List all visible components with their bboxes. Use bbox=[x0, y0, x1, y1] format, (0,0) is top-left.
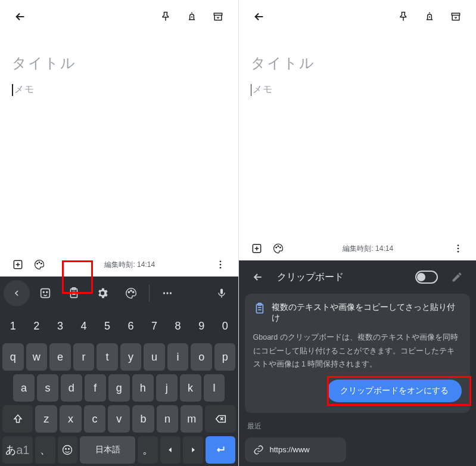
key[interactable]: q bbox=[2, 343, 24, 371]
palette-icon[interactable] bbox=[29, 254, 50, 275]
key[interactable]: x bbox=[60, 405, 82, 433]
key[interactable]: u bbox=[144, 343, 165, 371]
more-menu[interactable] bbox=[210, 254, 231, 275]
svg-rect-19 bbox=[220, 289, 222, 294]
key[interactable]: 5 bbox=[97, 312, 118, 340]
svg-point-6 bbox=[219, 264, 221, 266]
key[interactable]: n bbox=[157, 405, 179, 433]
text-cursor bbox=[12, 84, 13, 96]
right-arrow-key[interactable] bbox=[183, 436, 203, 464]
lang-switch-key[interactable]: あa1 bbox=[2, 436, 33, 464]
space-key[interactable]: 日本語 bbox=[80, 436, 135, 464]
key[interactable]: i bbox=[167, 343, 189, 371]
note-body[interactable]: タイトル メモ bbox=[239, 33, 477, 237]
svg-point-30 bbox=[458, 251, 459, 253]
key[interactable]: b bbox=[132, 405, 154, 433]
key[interactable]: l bbox=[204, 374, 225, 402]
key[interactable]: w bbox=[26, 343, 48, 371]
key[interactable]: 9 bbox=[191, 312, 212, 340]
keyboard: クリップボード 複数のテキストや画像をコピーしてさっと貼り付け Gboard の… bbox=[239, 260, 477, 466]
key[interactable]: k bbox=[180, 374, 201, 402]
chevron-left-icon[interactable] bbox=[4, 280, 30, 306]
key[interactable]: 2 bbox=[26, 312, 48, 340]
key[interactable]: h bbox=[132, 374, 154, 402]
edit-time: 編集時刻: 14:14 bbox=[104, 260, 155, 270]
svg-point-4 bbox=[41, 263, 42, 265]
back-button[interactable] bbox=[246, 4, 272, 30]
emoji-key[interactable] bbox=[58, 436, 78, 464]
note-body[interactable]: タイトル メモ bbox=[0, 33, 238, 253]
recent-label: 最近 bbox=[239, 419, 477, 434]
keyboard-row-3: a s d f g h j k l bbox=[2, 374, 236, 402]
memo-input[interactable]: メモ bbox=[251, 83, 465, 96]
recent-clip-text: https://www bbox=[270, 445, 310, 454]
key[interactable]: 0 bbox=[214, 312, 236, 340]
back-button[interactable] bbox=[7, 4, 33, 30]
clipboard-toggle[interactable] bbox=[415, 271, 438, 284]
key[interactable]: v bbox=[108, 405, 130, 433]
key[interactable]: g bbox=[108, 374, 130, 402]
title-input[interactable]: タイトル bbox=[12, 54, 226, 73]
backspace-key[interactable] bbox=[205, 405, 235, 433]
key[interactable]: 4 bbox=[73, 312, 95, 340]
key[interactable]: r bbox=[73, 343, 95, 371]
reminder-icon[interactable] bbox=[416, 4, 443, 30]
theme-icon[interactable] bbox=[118, 280, 144, 306]
key[interactable]: d bbox=[61, 374, 82, 402]
key[interactable]: a bbox=[13, 374, 35, 402]
key[interactable]: m bbox=[181, 405, 203, 433]
key[interactable]: 6 bbox=[120, 312, 142, 340]
key[interactable]: y bbox=[120, 343, 142, 371]
sticker-icon[interactable] bbox=[32, 280, 58, 306]
key[interactable]: j bbox=[156, 374, 178, 402]
svg-point-17 bbox=[166, 292, 168, 294]
memo-input[interactable]: メモ bbox=[12, 83, 226, 96]
key[interactable]: 7 bbox=[144, 312, 165, 340]
svg-point-27 bbox=[279, 247, 281, 248]
archive-icon[interactable] bbox=[205, 4, 231, 30]
svg-point-14 bbox=[130, 290, 132, 291]
clipboard-icon[interactable] bbox=[61, 280, 87, 306]
svg-point-5 bbox=[219, 260, 221, 262]
reminder-icon[interactable] bbox=[179, 4, 205, 30]
key[interactable]: p bbox=[214, 343, 236, 371]
svg-point-28 bbox=[458, 244, 459, 246]
more-menu[interactable] bbox=[447, 238, 469, 259]
key[interactable]: s bbox=[37, 374, 58, 402]
edit-icon[interactable] bbox=[444, 264, 470, 290]
add-button[interactable] bbox=[246, 238, 267, 259]
shift-key[interactable] bbox=[2, 405, 33, 433]
pin-icon[interactable] bbox=[153, 4, 179, 30]
pin-icon[interactable] bbox=[390, 4, 416, 30]
key[interactable]: t bbox=[97, 343, 118, 371]
title-input[interactable]: タイトル bbox=[251, 54, 465, 73]
enable-clipboard-button[interactable]: クリップボードをオンにする bbox=[327, 380, 462, 402]
keyboard: 1 2 3 4 5 6 7 8 9 0 q w e r t y u i o bbox=[0, 277, 238, 466]
back-icon[interactable] bbox=[245, 264, 271, 290]
svg-point-25 bbox=[275, 247, 276, 248]
key[interactable]: 3 bbox=[49, 312, 71, 340]
mic-icon[interactable] bbox=[209, 280, 235, 306]
key[interactable]: f bbox=[85, 374, 106, 402]
palette-icon[interactable] bbox=[267, 238, 289, 259]
comma-key[interactable]: 、 bbox=[35, 436, 55, 464]
key[interactable]: e bbox=[49, 343, 71, 371]
left-arrow-key[interactable] bbox=[160, 436, 181, 464]
key[interactable]: 8 bbox=[167, 312, 189, 340]
more-icon[interactable] bbox=[154, 280, 181, 306]
svg-rect-8 bbox=[41, 289, 50, 298]
enter-key[interactable] bbox=[206, 436, 236, 464]
period-key[interactable]: 。 bbox=[138, 436, 158, 464]
pane-left: タイトル メモ 編集時刻: 14:14 bbox=[0, 0, 238, 466]
bottombar: 編集時刻: 14:14 bbox=[0, 253, 238, 277]
key[interactable]: c bbox=[84, 405, 106, 433]
key[interactable]: o bbox=[191, 343, 212, 371]
key[interactable]: 1 bbox=[2, 312, 24, 340]
settings-icon[interactable] bbox=[89, 280, 116, 306]
svg-point-10 bbox=[46, 291, 48, 293]
add-button[interactable] bbox=[7, 254, 29, 275]
archive-icon[interactable] bbox=[443, 4, 469, 30]
keyboard-row-2: q w e r t y u i o p bbox=[2, 343, 236, 371]
key[interactable]: z bbox=[35, 405, 57, 433]
recent-clip-item[interactable]: https://www bbox=[245, 437, 346, 462]
